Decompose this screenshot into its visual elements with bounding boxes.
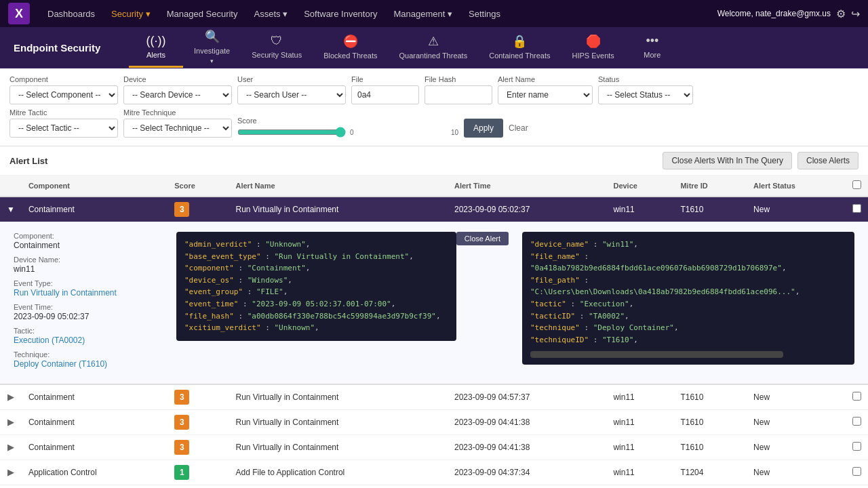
- json-line: "file_path" : "C:\Users\ben\Downloads\0a…: [530, 274, 846, 298]
- expand-icon[interactable]: ▶: [7, 418, 14, 427]
- nav-investigate[interactable]: 🔍 Investigate ▾: [183, 27, 241, 68]
- json-line: "technique" : "Deploy Container",: [530, 322, 846, 334]
- col-expand: [0, 175, 22, 197]
- hips-events-label: HIPS Events: [572, 52, 614, 60]
- detail-technique: Technique: Deploy Container (T1610): [14, 350, 163, 369]
- file-label: File: [351, 75, 419, 83]
- user-filter: User -- Search User --: [237, 75, 346, 104]
- table-row: ▶ Containment 3 Run Virtually in Contain…: [0, 435, 868, 460]
- expand-icon[interactable]: ▶: [7, 392, 14, 402]
- nav-more[interactable]: ••• More: [625, 27, 679, 68]
- logo[interactable]: X: [8, 3, 30, 24]
- json-line: "techniqueID" : "T1610",: [530, 334, 846, 346]
- expand-cell[interactable]: ▶: [0, 460, 22, 485]
- nav-security[interactable]: Security ▾: [104, 6, 157, 22]
- nav-quarantined-threats[interactable]: ⚠ Quarantined Threats: [388, 27, 478, 68]
- close-alerts-query-button[interactable]: Close Alerts With In The Query: [663, 152, 792, 169]
- mitre-id-cell: T1204: [673, 460, 747, 485]
- row-checkbox[interactable]: [852, 417, 861, 426]
- svg-text:X: X: [15, 7, 23, 20]
- row-checkbox[interactable]: [852, 467, 861, 476]
- table-row: ▼ Containment 3 Run Virtually in Contain…: [0, 197, 868, 222]
- mitre-technique-select[interactable]: -- Select Technique --: [123, 119, 232, 138]
- gear-icon[interactable]: ⚙: [836, 7, 846, 20]
- expand-icon[interactable]: ▶: [7, 443, 14, 452]
- logout-icon[interactable]: ↪: [851, 7, 860, 20]
- alerts-icon: ((·)): [146, 34, 166, 48]
- clear-button[interactable]: Clear: [509, 119, 528, 138]
- nav-alerts[interactable]: ((·)) Alerts: [129, 27, 183, 68]
- col-checkbox: [846, 175, 868, 197]
- row-checkbox[interactable]: [852, 392, 861, 401]
- detail-component: Component: Containment: [14, 232, 163, 250]
- apply-button[interactable]: Apply: [464, 119, 503, 138]
- score-row: 0 10: [237, 127, 458, 138]
- json-line: "device_os" : "Windows",: [184, 274, 448, 287]
- user-label: User: [237, 75, 346, 83]
- alert-name-label: Alert Name: [498, 75, 593, 83]
- nav-managed-security[interactable]: Managed Security: [160, 6, 245, 22]
- chevron-down-icon: ▾: [448, 9, 452, 19]
- alert-time-cell: 2023-09-09 05:02:37: [448, 197, 606, 222]
- component-cell: Containment: [22, 435, 167, 460]
- mitre-technique-filter: Mitre Technique -- Select Technique --: [123, 108, 232, 138]
- device-select[interactable]: -- Search Device --: [123, 85, 232, 104]
- nav-settings[interactable]: Settings: [462, 6, 507, 22]
- alert-status-cell: New: [747, 197, 846, 222]
- alert-name-cell: Run Virtually in Containment: [229, 197, 447, 222]
- component-cell: Containment: [22, 410, 167, 435]
- nav-blocked-threats[interactable]: ⛔ Blocked Threats: [313, 27, 388, 68]
- status-filter: Status -- Select Status --: [598, 75, 693, 104]
- nav-contained-threats[interactable]: 🔒 Contained Threats: [478, 27, 561, 68]
- welcome-user: Welcome, nate_drake@gmx.us: [717, 9, 831, 18]
- score-cell: 3: [167, 410, 229, 435]
- mitre-tactic-select[interactable]: -- Select Tactic --: [9, 119, 118, 138]
- expand-icon[interactable]: ▶: [7, 468, 14, 477]
- component-select[interactable]: -- Select Component --: [9, 85, 118, 104]
- nav-hips-events[interactable]: 🛑 HIPS Events: [561, 27, 625, 68]
- detail-json-left-container: Close Alert "admin_verdict" : "Unknown",…: [176, 232, 509, 374]
- expand-icon[interactable]: ▼: [7, 205, 15, 214]
- filters-panel: Component -- Select Component -- Device …: [0, 68, 868, 146]
- row-checkbox[interactable]: [852, 442, 861, 451]
- expand-cell[interactable]: ▶: [0, 435, 22, 460]
- status-select[interactable]: -- Select Status --: [598, 85, 693, 104]
- endpoint-security-title: Endpoint Security: [0, 27, 129, 68]
- row-checkbox-cell: [846, 410, 868, 435]
- nav-security-status[interactable]: 🛡 Security Status: [241, 27, 313, 68]
- component-filter: Component -- Select Component --: [9, 75, 118, 104]
- col-score: Score: [167, 175, 229, 197]
- json-line: "component" : "Containment",: [184, 262, 448, 274]
- row-checkbox[interactable]: [852, 204, 861, 213]
- quarantined-threats-icon: ⚠: [428, 34, 439, 49]
- alert-list-actions: Close Alerts With In The Query Close Ale…: [663, 152, 859, 169]
- chevron-down-icon: ▾: [283, 9, 288, 19]
- expand-cell[interactable]: ▶: [0, 384, 22, 410]
- detail-tactic: Tactic: Execution (TA0002): [14, 327, 163, 345]
- alert-name-cell: Run Virtually in Containment: [229, 384, 447, 410]
- score-slider[interactable]: [237, 127, 346, 138]
- expand-cell[interactable]: ▶: [0, 410, 22, 435]
- close-alerts-button[interactable]: Close Alerts: [797, 152, 859, 169]
- json-line: "file_hash" : "a00db0864f330e788bc54c599…: [184, 310, 448, 323]
- table-row: ▶ Containment 3 Run Virtually in Contain…: [0, 410, 868, 435]
- device-filter: Device -- Search Device --: [123, 75, 232, 104]
- file-hash-input[interactable]: [425, 85, 492, 104]
- score-cell: 3: [167, 384, 229, 410]
- mitre-id-cell: T1610: [673, 384, 747, 410]
- alerts-label: Alerts: [146, 51, 165, 59]
- expand-cell[interactable]: ▼: [0, 197, 22, 222]
- close-alert-button[interactable]: Close Alert: [456, 232, 509, 245]
- nav-management[interactable]: Management ▾: [387, 6, 460, 22]
- json-line: "event_time" : "2023-09-09 05:02:37.001-…: [184, 298, 448, 310]
- alert-name-select[interactable]: Enter name: [498, 85, 593, 104]
- json-line: "admin_verdict" : "Unknown",: [184, 239, 448, 251]
- detail-panel: Component: Containment Device Name: win1…: [0, 222, 868, 384]
- file-input[interactable]: [351, 85, 419, 104]
- nav-software-inventory[interactable]: Software Inventory: [297, 6, 384, 22]
- nav-dashboards[interactable]: Dashboards: [41, 6, 102, 22]
- nav-assets[interactable]: Assets ▾: [247, 6, 294, 22]
- user-select[interactable]: -- Search User --: [237, 85, 346, 104]
- alert-name-cell: Run Virtually in Containment: [229, 410, 447, 435]
- select-all-checkbox[interactable]: [852, 180, 861, 189]
